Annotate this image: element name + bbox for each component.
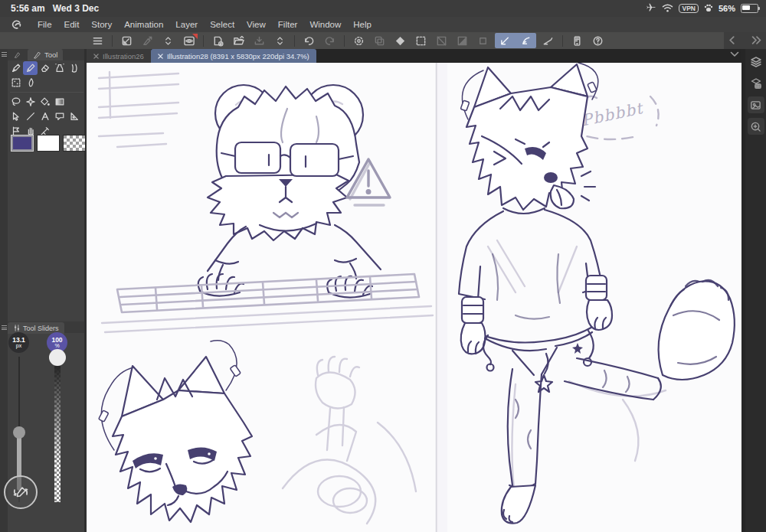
transform-icon[interactable] xyxy=(431,33,452,48)
export-icon[interactable] xyxy=(137,33,158,48)
tab-illustration28[interactable]: Illustration28 (8391 x 5830px 220dpi 34.… xyxy=(151,49,316,63)
pen-mode-floating-button[interactable] xyxy=(4,475,38,509)
canvas[interactable]: Pbbbbt xyxy=(87,63,741,532)
tab-list-chevron-icon[interactable] xyxy=(730,47,739,60)
clip-studio-paint-logo-icon[interactable] xyxy=(11,19,22,31)
status-right: VPN 56% xyxy=(646,3,758,14)
tool-figure[interactable] xyxy=(23,109,38,123)
tab-tool[interactable]: Tool xyxy=(28,49,63,60)
close-icon[interactable] xyxy=(93,52,99,60)
transparent-color-swatch[interactable] xyxy=(63,135,86,152)
quick-view-eye-icon[interactable] xyxy=(178,33,199,48)
fill-icon[interactable] xyxy=(390,33,411,48)
brush-size-badge[interactable]: 13.1 px xyxy=(8,332,29,353)
toolbar-separator xyxy=(112,35,113,47)
main-menu-icon[interactable] xyxy=(87,33,108,48)
tool-auto-select[interactable] xyxy=(23,95,38,109)
menu-select[interactable]: Select xyxy=(204,20,241,29)
menu-view[interactable]: View xyxy=(241,20,272,29)
companion-device-icon[interactable] xyxy=(567,33,588,48)
tool-lasso[interactable] xyxy=(8,95,23,109)
processing-icon[interactable] xyxy=(349,33,369,48)
menu-layer[interactable]: Layer xyxy=(169,20,204,29)
navigator-icon[interactable] xyxy=(748,96,764,113)
palette-edge-strip xyxy=(0,49,8,532)
undo-icon[interactable] xyxy=(299,33,319,48)
paw-icon xyxy=(704,4,713,14)
status-bar: 5:56 am Wed 3 Dec VPN 56% xyxy=(0,0,766,17)
layers-icon[interactable] xyxy=(748,54,764,70)
opacity-slider-track[interactable] xyxy=(54,366,61,502)
open-file-icon[interactable] xyxy=(228,33,249,48)
menu-filter[interactable]: Filter xyxy=(272,20,304,29)
tool-airbrush[interactable] xyxy=(52,61,67,75)
menu-window[interactable]: Window xyxy=(303,20,347,29)
help-icon[interactable] xyxy=(588,33,608,48)
right-palette-strip xyxy=(745,49,766,532)
tool-brush[interactable] xyxy=(23,76,38,90)
screen-layout-icon[interactable] xyxy=(116,33,137,48)
menu-help[interactable]: Help xyxy=(347,20,378,29)
tool-object[interactable] xyxy=(8,109,23,123)
collapse-chevron-icon[interactable] xyxy=(158,33,178,48)
menu-edit[interactable]: Edit xyxy=(58,20,86,29)
battery-percent: 56% xyxy=(719,4,735,13)
tool-fill[interactable] xyxy=(38,95,52,109)
keyboard-sketch xyxy=(117,274,419,312)
sub-view-zoom-icon[interactable] xyxy=(748,118,764,135)
fox-character xyxy=(99,341,416,524)
tool-pencil[interactable] xyxy=(23,61,38,75)
tool-grid xyxy=(8,61,85,139)
tool-palette-menu-icon[interactable] xyxy=(2,52,7,57)
scroll-left-icon[interactable] xyxy=(728,34,735,47)
snap-to-grid-icon[interactable] xyxy=(538,33,558,48)
mouse-character xyxy=(102,85,433,332)
tab-sub-tool[interactable] xyxy=(8,49,28,60)
snap-to-special-ruler-icon[interactable] xyxy=(516,33,536,48)
color-swatches xyxy=(11,135,86,152)
wolf-character: Pbbbbt xyxy=(459,63,735,524)
overflow-icon[interactable] xyxy=(751,34,761,47)
tone-icon[interactable] xyxy=(452,33,473,48)
brush-size-value: 13.1 xyxy=(12,337,25,344)
toolbar-separator xyxy=(294,35,295,47)
standing-leg xyxy=(502,369,542,524)
tool-balloon[interactable] xyxy=(52,109,67,123)
main-color-swatch[interactable] xyxy=(11,135,34,152)
layer-template-icon[interactable] xyxy=(748,75,764,92)
opacity-slider-handle[interactable] xyxy=(49,349,66,366)
left-arm xyxy=(461,297,486,354)
tool-eraser[interactable] xyxy=(38,61,52,75)
sliders-palette-menu-icon[interactable] xyxy=(2,325,7,330)
brush-size-slider-handle[interactable] xyxy=(13,426,25,439)
collapse-chevron-icon-2[interactable] xyxy=(270,33,290,48)
clock: 5:56 am xyxy=(11,3,45,14)
close-icon[interactable] xyxy=(158,52,163,60)
battery-icon xyxy=(741,4,758,13)
tool-frame-border[interactable] xyxy=(67,109,81,123)
tool-blend[interactable] xyxy=(67,61,81,75)
save-icon[interactable] xyxy=(249,33,270,48)
page-divider xyxy=(437,63,447,532)
right-arm xyxy=(586,276,612,330)
tool-text[interactable] xyxy=(38,109,52,123)
opacity-track-fade xyxy=(54,366,61,502)
menu-file[interactable]: File xyxy=(31,20,58,29)
notification-badge xyxy=(192,34,198,39)
date: Wed 3 Dec xyxy=(53,3,99,14)
tool-decoration[interactable] xyxy=(8,76,23,90)
toolbar-separator xyxy=(203,35,204,47)
tool-gradient[interactable] xyxy=(52,95,67,109)
tool-sliders-header: Tool Sliders xyxy=(8,321,84,333)
snap-to-ruler-icon[interactable] xyxy=(495,33,516,48)
new-canvas-icon[interactable] xyxy=(208,33,228,48)
frame-icon[interactable] xyxy=(473,33,493,48)
selection-area-icon[interactable] xyxy=(411,33,431,48)
duplicate-icon[interactable] xyxy=(369,33,390,48)
redo-icon[interactable] xyxy=(319,33,340,48)
menu-story[interactable]: Story xyxy=(85,20,118,29)
menu-animation[interactable]: Animation xyxy=(118,20,169,29)
tab-illustration26[interactable]: Illustration26 xyxy=(87,49,151,63)
tool-pen[interactable] xyxy=(8,61,23,75)
sub-color-swatch[interactable] xyxy=(37,135,60,152)
